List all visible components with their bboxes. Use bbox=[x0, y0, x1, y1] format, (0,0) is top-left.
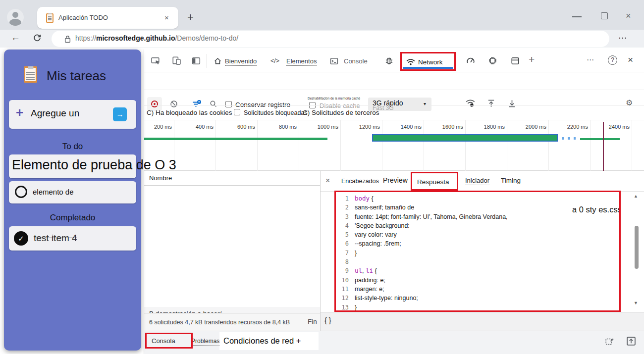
todo-app-logo-clipboard-icon bbox=[24, 66, 37, 83]
timeline-gridline bbox=[340, 120, 341, 171]
blocked-cookies-checkbox[interactable] bbox=[234, 109, 240, 115]
code-line: 5 vary color: vary bbox=[336, 230, 619, 239]
home-icon[interactable] bbox=[214, 57, 222, 65]
timeline-tick-label: 2200 ms bbox=[551, 124, 588, 130]
memory-chip-icon[interactable] bbox=[488, 56, 497, 65]
address-bar[interactable]: https://microsoftedge.github.io/Demos/de… bbox=[52, 31, 609, 47]
line-number: 2 bbox=[336, 203, 349, 212]
tab-network[interactable]: Network bbox=[418, 58, 443, 66]
line-number: 3 bbox=[336, 212, 349, 221]
line-number: 1 bbox=[336, 194, 349, 203]
blocked-cookies-label: C) Ha bloqueado las cookies bbox=[147, 109, 232, 116]
minimize-icon[interactable] bbox=[572, 16, 582, 17]
line-number: 4 bbox=[336, 221, 349, 230]
tab-close-icon[interactable]: × bbox=[164, 13, 169, 22]
timeline-gridline bbox=[299, 120, 299, 171]
response-close-icon[interactable]: × bbox=[325, 176, 330, 185]
timeline-tick-label: 2400 ms bbox=[593, 124, 630, 130]
add-task-row: + → bbox=[9, 100, 136, 129]
back-icon[interactable]: ← bbox=[11, 32, 20, 43]
bug-icon[interactable] bbox=[384, 56, 394, 65]
drawer-tab-network-conditions[interactable]: Condiciones de red + bbox=[223, 336, 301, 346]
code-line: 10 padding: e; bbox=[336, 276, 619, 285]
url-text: https://microsoftedge.github.io/Demos/de… bbox=[75, 34, 238, 42]
line-number: 9 bbox=[336, 266, 349, 275]
response-footer: { } bbox=[321, 312, 644, 331]
requests-table-header[interactable]: Nombre bbox=[144, 171, 320, 186]
completed-item-row[interactable]: ✓ test item 4 bbox=[9, 226, 136, 251]
maximize-icon[interactable] bbox=[601, 12, 608, 19]
scrollbar-thumb[interactable] bbox=[635, 226, 639, 269]
request-dot[interactable] bbox=[562, 137, 564, 140]
new-tab-icon[interactable]: + bbox=[187, 11, 194, 24]
code-text: ul, li { bbox=[355, 266, 377, 275]
scroll-up-icon[interactable]: ▲ bbox=[634, 194, 638, 199]
request-dot[interactable] bbox=[574, 137, 576, 140]
drawer-expand-icon[interactable] bbox=[626, 336, 637, 347]
request-dot[interactable] bbox=[568, 137, 570, 140]
devtools-close-icon[interactable]: × bbox=[628, 54, 633, 65]
blocked-requests-label[interactable]: Solicitudes bloqueadas bbox=[244, 109, 308, 116]
tab-headers[interactable]: Encabezados bbox=[341, 178, 379, 185]
help-icon[interactable]: ? bbox=[608, 55, 617, 65]
request-bar-green[interactable] bbox=[580, 138, 620, 140]
todo-app-title: Mis tareas bbox=[47, 68, 106, 84]
tab-preview[interactable]: Preview bbox=[383, 176, 408, 184]
device-emulation-icon[interactable] bbox=[172, 56, 181, 65]
requests-table: Nombre B demostración a hacer//light-the… bbox=[144, 171, 321, 313]
finish-label: Fin bbox=[308, 318, 317, 325]
todo-item-row[interactable]: Elemento de prueba de O 3 bbox=[9, 154, 136, 178]
more-tabs-plus-icon[interactable]: + bbox=[529, 53, 535, 65]
timeline-tick-label: 2000 ms bbox=[510, 124, 546, 130]
tab-response-highlight-box[interactable]: Respuesta bbox=[411, 172, 458, 191]
completed-item-text: test item 4 bbox=[34, 233, 77, 244]
timeline-gridline bbox=[548, 120, 549, 171]
scroll-down-icon[interactable]: ▼ bbox=[634, 301, 638, 305]
timeline-tick-label: 800 ms bbox=[260, 124, 297, 130]
todo-item-row[interactable]: elemento de bbox=[9, 181, 136, 203]
console-panel-icon[interactable] bbox=[330, 57, 338, 65]
tab-elements[interactable]: Elementos bbox=[286, 57, 317, 66]
tab-network-highlight-box[interactable]: Network bbox=[400, 52, 456, 71]
tab-response[interactable]: Respuesta bbox=[417, 178, 449, 186]
code-text: sans-serif; tamaño de bbox=[355, 203, 414, 212]
layout-panel-icon[interactable] bbox=[511, 56, 520, 65]
tab-favicon-clipboard-icon bbox=[46, 13, 54, 23]
profile-avatar[interactable] bbox=[7, 9, 24, 26]
response-scrollbar[interactable]: ▲ ▼ bbox=[633, 193, 641, 312]
timeline-overview[interactable]: 200 ms400 ms600 ms800 ms1000 ms1200 ms14… bbox=[144, 120, 644, 171]
refresh-icon[interactable] bbox=[33, 33, 42, 42]
tab-timing[interactable]: Timing bbox=[501, 177, 521, 184]
timeline-tick-label: 1800 ms bbox=[468, 124, 505, 130]
tab-console[interactable]: Console bbox=[344, 57, 368, 65]
line-number: 5 bbox=[336, 230, 349, 239]
window-close-icon[interactable]: × bbox=[626, 11, 631, 21]
url-host: microsoftedge.github.io bbox=[96, 34, 175, 42]
tab-title: Aplicación TODO bbox=[58, 14, 108, 21]
timeline-tick-label: 400 ms bbox=[177, 124, 214, 130]
drawer-tab-problems[interactable]: Problemas bbox=[191, 338, 219, 346]
format-button[interactable]: { } bbox=[324, 316, 331, 324]
drawer-dock-icon[interactable] bbox=[605, 337, 615, 347]
add-task-input[interactable] bbox=[30, 107, 109, 119]
request-bar-selected[interactable] bbox=[372, 134, 558, 142]
devtools-more-icon[interactable]: ⋯ bbox=[587, 55, 594, 64]
code-text: 'Segoe background: bbox=[355, 221, 410, 230]
performance-gauge-icon[interactable] bbox=[466, 56, 475, 65]
code-text: vary color: vary bbox=[355, 230, 397, 239]
code-text: --spacing: .5rem; bbox=[355, 239, 401, 248]
todo-item-checkbox[interactable] bbox=[15, 186, 27, 198]
tab-initiator[interactable]: Iniciador bbox=[465, 177, 489, 185]
line-number: 11 bbox=[336, 285, 349, 294]
tab-welcome[interactable]: Bienvenido bbox=[225, 57, 257, 66]
inspect-element-icon[interactable] bbox=[151, 56, 160, 65]
browser-tab[interactable]: Aplicación TODO × bbox=[37, 7, 178, 29]
request-bar-green[interactable] bbox=[144, 138, 327, 140]
completed-item-checkbox[interactable]: ✓ bbox=[14, 231, 28, 246]
browser-more-icon[interactable]: ⋯ bbox=[618, 33, 627, 43]
lock-icon[interactable] bbox=[64, 35, 71, 43]
dock-side-icon[interactable] bbox=[192, 56, 201, 65]
todo-item-text-overflow: Elemento de prueba de O 3 bbox=[12, 157, 176, 173]
add-task-go-button[interactable]: → bbox=[113, 107, 127, 121]
browser-window: Aplicación TODO × + × ← https://microsof… bbox=[0, 0, 644, 354]
